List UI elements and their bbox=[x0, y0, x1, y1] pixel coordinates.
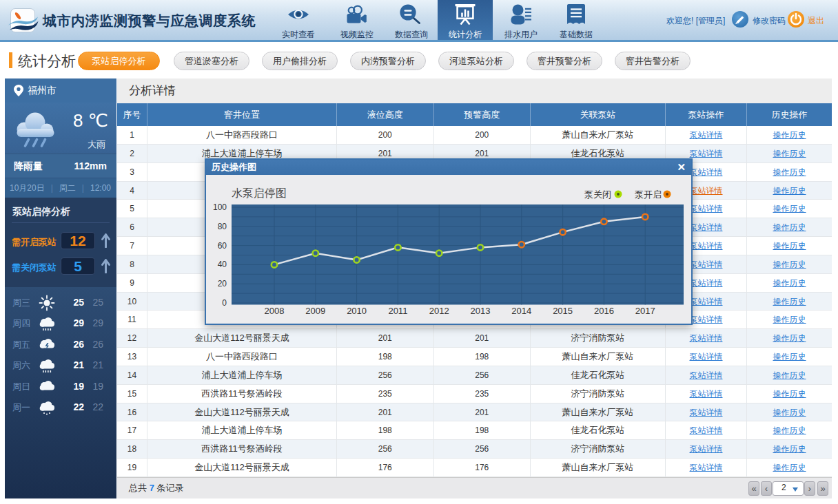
svg-text:40: 40 bbox=[218, 260, 227, 269]
svg-text:2015: 2015 bbox=[553, 306, 573, 316]
svg-text:2012: 2012 bbox=[429, 306, 449, 316]
svg-text:100: 100 bbox=[213, 202, 227, 212]
svg-text:20: 20 bbox=[218, 279, 227, 288]
svg-text:0: 0 bbox=[222, 298, 227, 308]
svg-text:2009: 2009 bbox=[305, 306, 325, 316]
svg-text:80: 80 bbox=[218, 222, 227, 231]
svg-text:2008: 2008 bbox=[265, 306, 285, 316]
svg-text:2010: 2010 bbox=[347, 306, 367, 316]
svg-text:2013: 2013 bbox=[471, 306, 491, 316]
svg-text:2016: 2016 bbox=[594, 306, 614, 316]
svg-text:2014: 2014 bbox=[511, 306, 531, 316]
svg-text:2011: 2011 bbox=[388, 306, 407, 316]
svg-text:2017: 2017 bbox=[635, 306, 655, 316]
svg-text:60: 60 bbox=[218, 241, 227, 251]
